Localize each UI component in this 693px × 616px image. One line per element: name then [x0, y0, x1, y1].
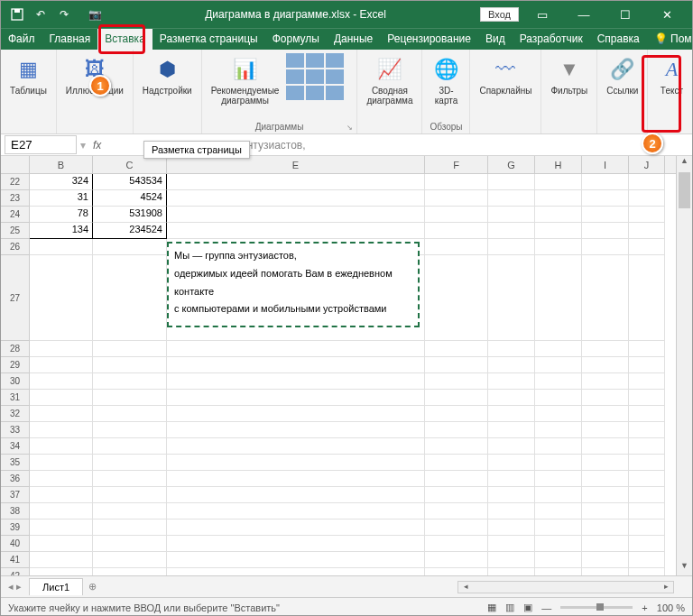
- tab-view[interactable]: Вид: [478, 29, 513, 50]
- map3d-button[interactable]: 🌐3D- карта: [428, 53, 464, 107]
- table-row[interactable]: 36: [1, 471, 692, 487]
- zoom-level[interactable]: 100 %: [657, 602, 685, 613]
- table-row[interactable]: 35: [1, 455, 692, 471]
- tab-formulas[interactable]: Формулы: [265, 29, 327, 50]
- tab-developer[interactable]: Разработчик: [513, 29, 590, 50]
- close-icon[interactable]: ✕: [649, 8, 685, 22]
- sheet-tabs: ◂ ▸ Лист1 ⊕ ◂▸: [1, 575, 692, 597]
- table-row[interactable]: 39: [1, 519, 692, 536]
- view-pagebreak-icon[interactable]: ▣: [523, 602, 532, 613]
- formula-bar: ▾ fx Мы — группа энтузиастов,: [1, 134, 692, 156]
- zoom-out-icon[interactable]: —: [541, 602, 551, 613]
- fx-icon[interactable]: fx: [86, 139, 108, 152]
- table-row[interactable]: 2478531908: [1, 207, 692, 223]
- add-sheet-icon[interactable]: ⊕: [83, 581, 101, 593]
- tab-home[interactable]: Главная: [42, 29, 98, 50]
- tab-nav-icon[interactable]: ◂ ▸: [1, 581, 29, 593]
- tab-data[interactable]: Данные: [327, 29, 380, 50]
- chart-type-icons[interactable]: [286, 53, 351, 100]
- recommended-charts-button[interactable]: 📊Рекомендуемые диаграммы: [208, 53, 283, 107]
- zoom-slider[interactable]: [560, 606, 633, 609]
- undo-icon[interactable]: ↶: [33, 7, 48, 22]
- vertical-scrollbar[interactable]: ▲▼: [676, 156, 692, 575]
- sparklines-button[interactable]: 〰Спарклайны: [476, 53, 535, 97]
- col-I[interactable]: I: [582, 156, 629, 173]
- textbox-line: Мы — группа энтузиастов,: [174, 247, 412, 265]
- table-row[interactable]: 23314524: [1, 190, 692, 207]
- view-layout-icon[interactable]: ▥: [505, 602, 514, 613]
- status-bar: Укажите ячейку и нажмите ВВОД или выбери…: [1, 597, 692, 616]
- save-icon[interactable]: [10, 7, 24, 22]
- table-row[interactable]: 38: [1, 503, 692, 519]
- textbox-line: одержимых идеей помогать Вам в ежедневно…: [174, 265, 412, 283]
- col-F[interactable]: F: [425, 156, 488, 173]
- ribbon-tabs: Файл Главная Вставка Разметка страницы Ф…: [1, 28, 692, 50]
- tab-review[interactable]: Рецензирование: [380, 29, 478, 50]
- status-text: Укажите ячейку и нажмите ВВОД или выбери…: [8, 602, 280, 613]
- text-button[interactable]: AТекст: [653, 53, 689, 97]
- col-H[interactable]: H: [535, 156, 582, 173]
- tab-help[interactable]: Справка: [590, 29, 647, 50]
- table-row[interactable]: 33: [1, 422, 692, 438]
- camera-icon[interactable]: 📷: [88, 7, 102, 22]
- login-button[interactable]: Вход: [480, 7, 519, 22]
- addins-button[interactable]: ⬢Надстройки: [139, 53, 196, 97]
- worksheet[interactable]: B C E F G H I J 223245435342331452424785…: [1, 156, 692, 575]
- maximize-icon[interactable]: ☐: [607, 8, 643, 22]
- dialog-launcher-icon[interactable]: ↘: [346, 124, 353, 132]
- table-row[interactable]: 40: [1, 536, 692, 552]
- tab-tellme[interactable]: 💡 Помощ…: [647, 29, 693, 50]
- svg-rect-1: [14, 9, 20, 13]
- minimize-icon[interactable]: —: [566, 8, 602, 22]
- name-box[interactable]: [5, 135, 77, 154]
- table-row[interactable]: 34: [1, 438, 692, 455]
- table-row[interactable]: 30: [1, 373, 692, 390]
- callout-1: 1: [89, 75, 111, 97]
- sheet-tab[interactable]: Лист1: [29, 578, 83, 595]
- pivot-chart-button[interactable]: 📈Сводная диаграмма: [363, 53, 416, 107]
- table-row[interactable]: 41: [1, 552, 692, 568]
- tab-pagelayout[interactable]: Разметка страницы: [152, 29, 265, 50]
- select-all[interactable]: [1, 156, 30, 173]
- view-normal-icon[interactable]: ▦: [487, 602, 496, 613]
- table-row[interactable]: 42: [1, 568, 692, 575]
- table-row[interactable]: 22324543534: [1, 174, 692, 190]
- table-row[interactable]: 25134234524: [1, 223, 692, 239]
- table-row[interactable]: 28: [1, 341, 692, 357]
- tab-insert[interactable]: Вставка: [97, 29, 152, 50]
- tooltip: Разметка страницы: [143, 141, 250, 159]
- textbox[interactable]: Мы — группа энтузиастов, одержимых идеей…: [167, 242, 420, 327]
- textbox-line: с компьютерами и мобильными устройствами: [174, 300, 412, 318]
- tab-file[interactable]: Файл: [1, 29, 42, 50]
- tables-button[interactable]: ▦Таблицы: [6, 53, 51, 97]
- horizontal-scrollbar[interactable]: ◂▸: [457, 581, 674, 593]
- ribbon-display-icon[interactable]: ▭: [524, 8, 560, 22]
- col-J[interactable]: J: [629, 156, 665, 173]
- col-B[interactable]: B: [30, 156, 93, 173]
- col-G[interactable]: G: [488, 156, 535, 173]
- title-bar: ↶ ↷ 📷 Диаграмма в диаграмме.xlsx - Excel…: [1, 1, 692, 28]
- callout-2: 2: [642, 133, 663, 154]
- table-row[interactable]: 32: [1, 406, 692, 422]
- filters-button[interactable]: ▼Фильтры: [547, 53, 591, 97]
- redo-icon[interactable]: ↷: [57, 7, 71, 22]
- links-button[interactable]: 🔗Ссылки: [603, 53, 642, 97]
- zoom-in-icon[interactable]: +: [642, 602, 647, 613]
- textbox-line: контакте: [174, 283, 412, 301]
- table-row[interactable]: 37: [1, 487, 692, 503]
- table-row[interactable]: 29: [1, 357, 692, 373]
- table-row[interactable]: 31: [1, 390, 692, 406]
- document-title: Диаграмма в диаграмме.xlsx - Excel: [111, 8, 480, 21]
